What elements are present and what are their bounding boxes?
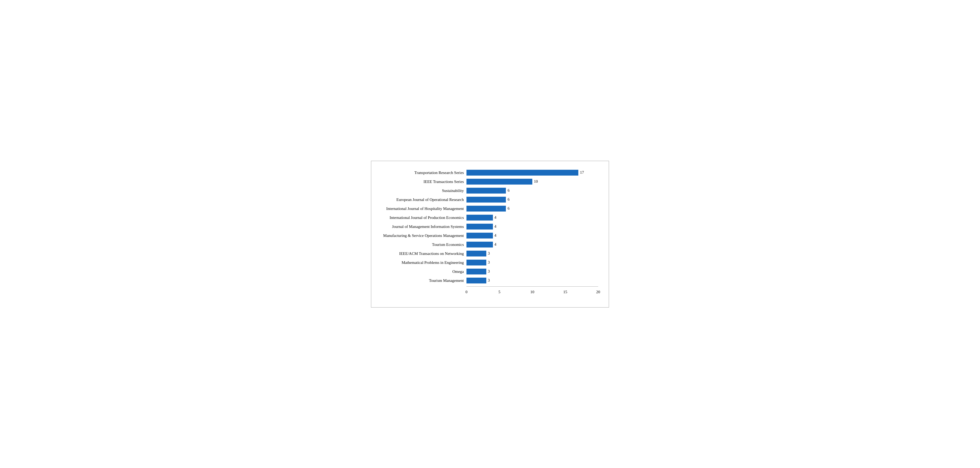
bar-row: European Journal of Operational Research… [377,196,598,203]
x-tick: 15 [563,290,567,294]
bar-row: Transportation Research Series17 [377,169,598,177]
bar-label: Sustainability [377,188,466,193]
bar-fill [466,242,493,247]
bar-track: 6 [466,196,598,203]
bar-track: 17 [466,169,598,177]
bar-fill [466,170,578,175]
bar-row: IEEE/ACM Transactions on Networking3 [377,250,598,257]
bar-label: Omega [377,269,466,274]
bar-fill [466,233,493,239]
bar-label: International Journal of Production Econ… [377,215,466,220]
chart-container: Transportation Research Series17IEEE Tra… [371,161,609,307]
bar-label: International Journal of Hospitality Man… [377,206,466,211]
bar-label: IEEE/ACM Transactions on Networking [377,251,466,256]
bar-value: 4 [495,242,496,247]
bar-row: Omega3 [377,268,598,275]
bar-row: IEEE Transactions Series10 [377,178,598,185]
bar-row: Mathematical Problems in Engineering3 [377,259,598,266]
bar-track: 6 [466,205,598,212]
x-tick: 0 [465,290,468,294]
chart-area: Transportation Research Series17IEEE Tra… [377,169,598,286]
bar-value: 6 [508,206,509,211]
bar-fill [466,179,532,185]
bar-fill [466,278,486,283]
bar-track: 4 [466,214,598,221]
bar-row: Manufacturing & Service Operations Manag… [377,232,598,239]
bar-fill [466,197,506,202]
x-axis-inner: 05101520 [466,289,598,297]
bar-row: International Journal of Hospitality Man… [377,205,598,212]
bar-value: 3 [488,269,490,274]
bar-fill [466,269,486,274]
x-tick: 10 [530,290,535,294]
bar-fill [466,188,506,194]
bar-label: Journal of Management Information System… [377,224,466,229]
bar-fill [466,215,493,221]
bar-fill [466,251,486,256]
bar-value: 3 [488,278,490,283]
bar-label: Manufacturing & Service Operations Manag… [377,233,466,238]
bar-track: 3 [466,277,598,284]
bar-value: 4 [495,224,496,229]
bar-track: 6 [466,187,598,194]
bar-label: Tourism Management [377,278,466,283]
bar-track: 3 [466,268,598,275]
bar-value: 4 [495,233,496,238]
bar-track: 4 [466,232,598,239]
x-tick: 20 [596,290,600,294]
bar-track: 4 [466,241,598,248]
bar-label: European Journal of Operational Research [377,197,466,202]
bar-track: 3 [466,250,598,257]
bar-track: 4 [466,223,598,230]
x-axis: 05101520 [377,289,598,297]
bar-fill [466,206,506,212]
bar-value: 6 [508,197,509,202]
bar-row: Sustainability6 [377,187,598,194]
bar-label: IEEE Transactions Series [377,179,466,184]
bar-track: 3 [466,259,598,266]
bar-row: Tourism Management3 [377,277,598,284]
bar-value: 6 [508,188,509,193]
x-tick: 5 [498,290,501,294]
bar-row: Journal of Management Information System… [377,223,598,230]
bar-label: Mathematical Problems in Engineering [377,260,466,265]
bar-fill [466,224,493,229]
bar-value: 10 [534,179,538,184]
bar-value: 17 [580,170,584,175]
bar-track: 10 [466,178,598,185]
bar-label: Transportation Research Series [377,170,466,175]
bar-fill [466,259,486,266]
bar-value: 3 [488,260,490,265]
bar-row: International Journal of Production Econ… [377,214,598,221]
bar-label: Tourism Economics [377,242,466,247]
bar-value: 4 [495,215,496,220]
bar-row: Tourism Economics4 [377,241,598,248]
bar-value: 3 [488,251,490,256]
